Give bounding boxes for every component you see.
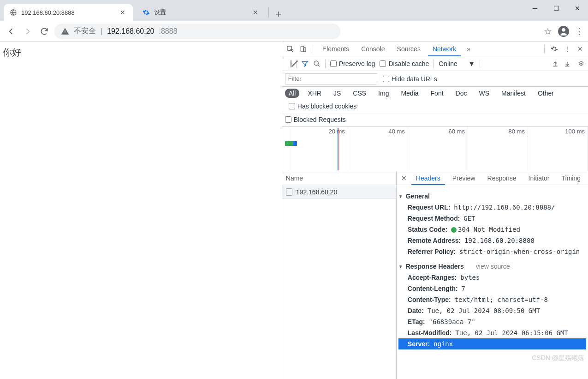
general-section: ▼General Request URL: http://192.168.60.… xyxy=(398,189,586,259)
disable-cache-checkbox[interactable]: Disable cache xyxy=(380,60,429,67)
device-icon[interactable] xyxy=(298,44,308,54)
maximize-button[interactable]: ☐ xyxy=(546,0,567,17)
network-toolbar: Preserve log Disable cache Online▼ xyxy=(282,56,588,71)
header-kv: Request URL: http://192.168.60.20:8888/ xyxy=(398,202,586,213)
filter-js[interactable]: JS xyxy=(330,89,344,98)
close-detail-icon[interactable]: ✕ xyxy=(399,174,409,182)
filter-xhr[interactable]: XHR xyxy=(304,89,325,98)
filter-css[interactable]: CSS xyxy=(349,89,370,98)
star-icon[interactable]: ☆ xyxy=(544,26,552,37)
timeline-bar xyxy=(285,140,297,147)
divider xyxy=(313,45,313,53)
view-source-link[interactable]: view source xyxy=(476,263,510,270)
header-kv: Accept-Ranges: bytes xyxy=(398,272,586,283)
search-icon[interactable] xyxy=(313,60,321,67)
tab-timing[interactable]: Timing xyxy=(557,171,586,185)
tab-network[interactable]: Network xyxy=(428,42,461,56)
gear-icon[interactable] xyxy=(549,44,559,54)
request-list: Name 192.168.60.20 xyxy=(282,171,397,379)
blocked-requests-checkbox[interactable]: Blocked Requests xyxy=(285,116,346,123)
close-icon[interactable]: ✕ xyxy=(251,9,260,16)
close-icon[interactable]: ✕ xyxy=(118,9,127,16)
request-row[interactable]: 192.168.60.20 xyxy=(282,185,396,199)
blocked-cookies-checkbox[interactable]: Has blocked cookies xyxy=(289,102,356,110)
menu-icon[interactable]: ⋮ xyxy=(575,26,583,36)
insecure-label: 不安全 xyxy=(74,26,96,36)
gear-icon[interactable] xyxy=(578,60,584,67)
browser-titlebar: 192.168.60.20:8888 ✕ 设置 ✕ + ─ ☐ ✕ xyxy=(0,0,588,21)
separator: | xyxy=(101,27,102,36)
content-area: 你好 Elements Console Sources Network » ⋮ … xyxy=(0,42,588,379)
overflow-icon[interactable]: » xyxy=(463,44,474,54)
header-kv: Server: nginx xyxy=(398,338,586,349)
divider xyxy=(325,60,326,68)
hide-data-urls-checkbox[interactable]: Hide data URLs xyxy=(383,75,437,83)
tab-initiator[interactable]: Initiator xyxy=(524,171,554,185)
inspect-icon[interactable] xyxy=(285,44,295,54)
throttle-select[interactable]: Online▼ xyxy=(439,60,475,67)
tab-response[interactable]: Response xyxy=(483,171,521,185)
timeline[interactable]: 20 ms 40 ms 60 ms 80 ms 100 ms xyxy=(282,127,588,171)
filter-doc[interactable]: Doc xyxy=(452,89,471,98)
detail-body: ▼General Request URL: http://192.168.60.… xyxy=(397,185,588,379)
tab-console[interactable]: Console xyxy=(356,42,389,56)
download-har-icon[interactable] xyxy=(564,60,570,67)
tab-elements[interactable]: Elements xyxy=(318,42,354,56)
filter-row: Hide data URLs xyxy=(282,71,588,87)
clear-button[interactable] xyxy=(291,60,291,67)
forward-button[interactable] xyxy=(21,25,34,38)
divider xyxy=(544,45,545,53)
close-window-button[interactable]: ✕ xyxy=(567,0,588,17)
filter-ws[interactable]: WS xyxy=(475,89,493,98)
back-button[interactable] xyxy=(5,25,18,38)
close-devtools-icon[interactable]: ✕ xyxy=(575,44,585,54)
filter-icon[interactable] xyxy=(301,60,309,67)
timeline-tick: 20 ms xyxy=(288,127,348,171)
browser-tab-2[interactable]: 设置 ✕ xyxy=(137,4,266,21)
reload-button[interactable] xyxy=(38,25,51,38)
page-body: 你好 xyxy=(0,42,282,379)
svg-point-7 xyxy=(580,63,582,65)
network-splitpane: Name 192.168.60.20 ✕ Headers Preview Res… xyxy=(282,171,588,379)
timeline-tick: 100 ms xyxy=(528,127,588,171)
header-kv: Last-Modified: Tue, 02 Jul 2024 06:15:06… xyxy=(398,327,586,338)
url-host: 192.168.60.20 xyxy=(107,27,154,36)
filter-all[interactable]: All xyxy=(285,89,300,98)
filter-media[interactable]: Media xyxy=(397,89,422,98)
filter-input[interactable] xyxy=(285,73,377,84)
detail-tabs: ✕ Headers Preview Response Initiator Tim… xyxy=(397,171,588,185)
header-kv: Request Method: GET xyxy=(398,213,586,224)
upload-har-icon[interactable] xyxy=(552,60,558,67)
svg-point-2 xyxy=(562,28,565,31)
header-kv: Content-Length: 7 xyxy=(398,283,586,294)
window-controls: ─ ☐ ✕ xyxy=(524,0,588,17)
filter-other[interactable]: Other xyxy=(534,89,558,98)
filter-manifest[interactable]: Manifest xyxy=(498,89,529,98)
section-header-response[interactable]: ▼Response Headersview source xyxy=(398,261,586,272)
tab-title: 设置 xyxy=(154,8,251,17)
header-kv: Status Code: 304 Not Modified xyxy=(398,224,586,235)
url-port: :8888 xyxy=(159,27,177,36)
new-tab-button[interactable]: + xyxy=(272,7,285,21)
kebab-icon[interactable]: ⋮ xyxy=(562,44,572,54)
response-headers-section: ▼Response Headersview source Accept-Rang… xyxy=(398,259,586,351)
header-kv: Referrer Policy: strict-origin-when-cros… xyxy=(398,246,586,257)
browser-tab-1[interactable]: 192.168.60.20:8888 ✕ xyxy=(4,4,133,21)
profile-icon[interactable] xyxy=(558,25,570,37)
header-kv: ETag: "66839aea-7" xyxy=(398,316,586,327)
devtools-tabs: Elements Console Sources Network » ⋮ ✕ xyxy=(282,42,588,56)
address-bar[interactable]: 不安全 | 192.168.60.20:8888 xyxy=(54,24,340,39)
tab-preview[interactable]: Preview xyxy=(448,171,480,185)
domcontent-line xyxy=(338,128,338,170)
filter-img[interactable]: Img xyxy=(374,89,392,98)
globe-icon xyxy=(9,8,18,17)
filter-font[interactable]: Font xyxy=(427,89,447,98)
tab-headers[interactable]: Headers xyxy=(411,171,445,185)
address-bar-row: 不安全 | 192.168.60.20:8888 ☆ ⋮ xyxy=(0,21,588,42)
preserve-log-checkbox[interactable]: Preserve log xyxy=(330,60,375,67)
section-header-general[interactable]: ▼General xyxy=(398,191,586,202)
request-header-name[interactable]: Name xyxy=(282,171,396,185)
page-text: 你好 xyxy=(3,47,21,57)
tab-sources[interactable]: Sources xyxy=(392,42,425,56)
minimize-button[interactable]: ─ xyxy=(524,0,546,17)
